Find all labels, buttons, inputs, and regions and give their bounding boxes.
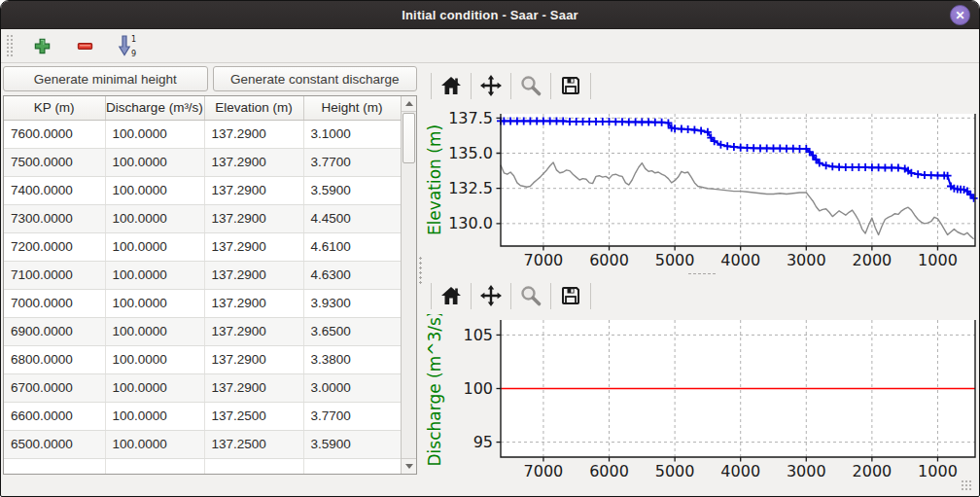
tick-label-x: 1000 [918,251,958,269]
table-cell[interactable]: 100.0000 [105,430,204,458]
table-cell[interactable]: 3.1000 [303,120,401,148]
table-cell[interactable]: 6900.0000 [4,317,105,345]
table-cell[interactable]: 137.2900 [204,148,303,176]
table-cell[interactable]: 137.2900 [204,345,303,373]
table-cell[interactable]: 100.0000 [105,402,204,430]
table-cell[interactable]: 3.7700 [303,402,401,430]
table-cell[interactable]: 3.3800 [303,345,401,373]
table-row: 6900.0000100.0000137.29003.6500 [4,317,401,345]
table-cell[interactable]: 7200.0000 [4,232,105,261]
table-cell[interactable]: 3.5900 [303,176,401,204]
window: Initial condition - Saar - Saar ✕ 1 9 [0,0,980,497]
pan-button[interactable] [477,71,505,100]
table-cell[interactable] [204,458,303,475]
table-cell[interactable]: 3.7700 [303,148,401,176]
tick-label-x: 3000 [787,251,826,269]
tick-label-x: 6000 [589,251,629,269]
plot-area[interactable] [501,114,975,246]
table-row: 7100.0000100.0000137.29004.6300 [4,261,401,289]
table-cell[interactable]: 4.6300 [303,261,401,289]
remove-row-button[interactable] [70,32,99,59]
table-cell[interactable]: 7600.0000 [4,120,105,148]
table-cell[interactable]: 137.2500 [204,402,303,430]
table-cell[interactable] [105,458,204,475]
table-cell[interactable]: 7500.0000 [4,148,105,176]
table-cell[interactable]: 6800.0000 [4,345,105,373]
table-cell[interactable]: 4.6100 [303,232,401,261]
discharge-plot[interactable]: 700060005000400030002000100010510095Disc… [425,314,979,479]
close-icon: ✕ [955,9,964,22]
add-row-button[interactable] [27,32,56,59]
table-cell[interactable]: 100.0000 [105,373,204,402]
table-cell[interactable]: 100.0000 [105,120,204,148]
table-cell[interactable]: 6700.0000 [4,373,105,402]
column-header-height[interactable]: Height (m) [303,96,401,120]
table-cell[interactable]: 6600.0000 [4,402,105,430]
table-cell[interactable]: 100.0000 [105,176,204,204]
minus-icon [76,37,94,55]
table-row: 7400.0000100.0000137.29003.5900 [4,176,401,204]
tick-label-y: 100 [463,379,493,398]
table-cell[interactable]: 100.0000 [105,204,204,232]
table-cell[interactable]: 137.2900 [204,204,303,232]
table-cell[interactable]: 100.0000 [105,261,204,289]
home-button[interactable] [438,71,465,100]
column-header-kp[interactable]: KP (m) [4,96,105,120]
table-cell[interactable]: 137.2900 [204,261,303,289]
toolbar-drag-handle[interactable] [6,34,14,57]
toolbar-separator [550,73,551,99]
table-cell[interactable]: 6500.0000 [4,430,105,458]
table-row: 7200.0000100.0000137.29004.6100 [4,232,401,261]
table-cell[interactable]: 7400.0000 [4,176,105,204]
table-cell[interactable] [4,458,105,475]
generate-minimal-height-button[interactable]: Generate minimal height [3,66,208,91]
close-button[interactable]: ✕ [950,5,970,25]
pan-button[interactable] [477,281,505,310]
table-cell[interactable]: 137.2500 [204,430,303,458]
table-cell[interactable] [303,458,401,475]
table-cell[interactable]: 137.2900 [204,232,303,261]
zoom-button[interactable] [517,281,544,310]
table-cell[interactable]: 137.2900 [204,317,303,345]
table-cell[interactable]: 100.0000 [105,148,204,176]
magnifier-icon [519,74,542,97]
column-header-discharge[interactable]: Discharge (m³/s) [105,96,204,120]
toolbar-separator [510,283,511,309]
save-button[interactable] [557,281,584,310]
elevation-plot[interactable]: 7000600050004000300020001000137.5135.013… [425,106,979,270]
table-cell[interactable]: 3.6500 [303,317,401,345]
y-axis-label: Elevation (m) [425,124,444,235]
zoom-button[interactable] [517,71,544,100]
table-row: 6800.0000100.0000137.29003.3800 [4,345,401,373]
table-cell[interactable]: 100.0000 [105,345,204,373]
table-cell[interactable]: 7000.0000 [4,289,105,317]
table-row: 6700.0000100.0000137.29003.0000 [4,373,401,402]
scroll-up-button[interactable] [402,96,416,112]
table-cell[interactable]: 137.2900 [204,373,303,402]
tick-label-x: 3000 [787,462,826,479]
table-cell[interactable]: 100.0000 [105,317,204,345]
table-cell[interactable]: 7300.0000 [4,204,105,232]
generate-constant-discharge-button[interactable]: Generate constant discharge [213,66,418,91]
table-scrollbar[interactable] [401,96,416,474]
table-cell[interactable]: 100.0000 [105,289,204,317]
scroll-down-button[interactable] [402,458,416,474]
table-cell[interactable]: 3.5900 [303,430,401,458]
resize-grip[interactable] [961,479,973,492]
pan-icon [479,74,503,97]
table-cell[interactable]: 3.0000 [303,373,401,402]
panel-splitter[interactable] [417,63,424,477]
table-cell[interactable]: 137.2900 [204,289,303,317]
table-cell[interactable]: 100.0000 [105,232,204,261]
scrollbar-thumb[interactable] [402,113,415,163]
sort-rows-button[interactable]: 1 9 [113,32,142,59]
table-cell[interactable]: 3.9300 [303,289,401,317]
splitter-dots [419,256,422,285]
home-button[interactable] [438,281,465,310]
table-cell[interactable]: 7100.0000 [4,261,105,289]
table-cell[interactable]: 137.2900 [204,176,303,204]
table-cell[interactable]: 4.4500 [303,204,401,232]
column-header-elevation[interactable]: Elevation (m) [204,96,303,120]
table-cell[interactable]: 137.2900 [204,120,303,148]
save-button[interactable] [557,71,584,100]
